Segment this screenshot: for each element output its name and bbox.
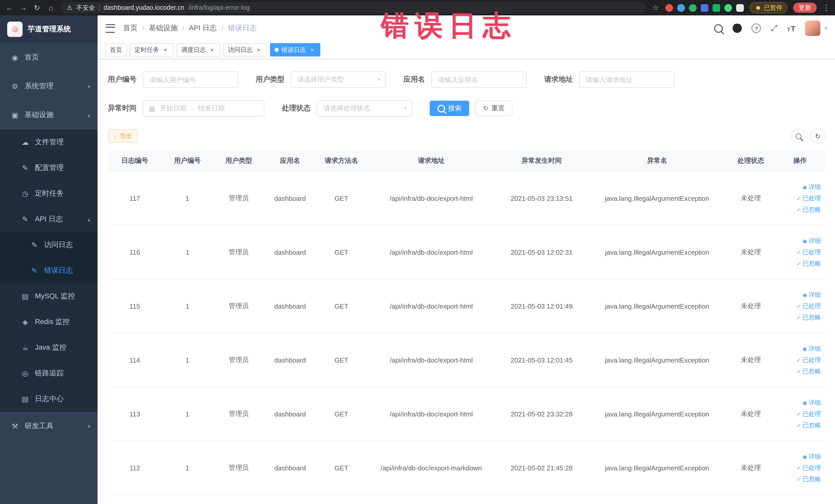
action-detail[interactable]: ◉详细 bbox=[803, 290, 821, 299]
sidebar-item-access-log[interactable]: ✎ 访问日志 bbox=[0, 232, 98, 258]
tab-access-log[interactable]: 访问日志× bbox=[223, 43, 267, 57]
github-icon[interactable] bbox=[733, 24, 742, 33]
date-range-picker[interactable]: ▦ 开始日期 - 结束日期 bbox=[143, 100, 264, 117]
cell-method: GET bbox=[316, 356, 367, 364]
cell-user-id: 1 bbox=[162, 356, 213, 364]
sidebar-item-dev-tools[interactable]: ⚒ 研发工具 ▾ bbox=[0, 412, 98, 441]
cell-request-url: /api/infra/db-doc/export-html bbox=[367, 194, 495, 202]
sidebar-item-system-mgmt[interactable]: ⚙ 系统管理 ▾ bbox=[0, 72, 98, 101]
action-detail[interactable]: ◉详细 bbox=[803, 237, 821, 245]
action-mark-ignored[interactable]: ✓已忽略 bbox=[796, 367, 821, 376]
close-icon[interactable]: × bbox=[208, 46, 216, 54]
action-mark-processed[interactable]: ✓已处理 bbox=[796, 302, 821, 310]
user-id-input[interactable] bbox=[143, 72, 238, 88]
extension-icon[interactable] bbox=[713, 4, 720, 12]
sidebar-item-scheduled-jobs[interactable]: ◷ 定时任务 bbox=[0, 181, 98, 206]
screen: ← → ↻ ⌂ ⚠ 不安全 dashboard.yudao.iocoder.cn… bbox=[0, 0, 835, 504]
sidebar-item-infrastructure[interactable]: ▣ 基础设施 ▴ bbox=[0, 101, 98, 129]
request-url-input[interactable] bbox=[579, 72, 675, 88]
breadcrumb-item[interactable]: 首页 bbox=[123, 24, 138, 33]
app-name-input[interactable] bbox=[431, 72, 527, 88]
action-mark-ignored[interactable]: ✓已忽略 bbox=[796, 475, 821, 483]
sidebar-item-file-mgmt[interactable]: ☁ 文件管理 bbox=[0, 129, 98, 155]
reset-button[interactable]: ↻重置 bbox=[475, 101, 512, 116]
sidebar-item-redis-monitor[interactable]: ◈ Redis 监控 bbox=[0, 309, 98, 335]
tab-scheduled-jobs[interactable]: 定时任务× bbox=[130, 43, 174, 57]
action-mark-processed[interactable]: ✓已处理 bbox=[796, 194, 821, 203]
toggle-search-button[interactable] bbox=[791, 129, 806, 143]
font-size-small-glyph: T bbox=[787, 26, 790, 32]
breadcrumb-separator: / bbox=[222, 24, 224, 32]
filter-label: 用户类型 bbox=[256, 75, 284, 84]
home-icon[interactable]: ⌂ bbox=[47, 4, 55, 12]
action-detail[interactable]: ◉详细 bbox=[803, 398, 821, 407]
extension-icon[interactable] bbox=[736, 4, 744, 12]
action-mark-ignored[interactable]: ✓已忽略 bbox=[796, 205, 821, 214]
action-mark-ignored[interactable]: ✓已忽略 bbox=[796, 313, 821, 322]
bookmark-star-icon[interactable]: ☆ bbox=[652, 4, 660, 12]
extension-icon[interactable] bbox=[701, 4, 709, 12]
sidebar-item-log-center[interactable]: ▤ 日志中心 bbox=[0, 386, 98, 412]
cell-user-id: 1 bbox=[162, 194, 213, 202]
sidebar-item-config-mgmt[interactable]: ✎ 配置管理 bbox=[0, 155, 98, 181]
font-size-icon[interactable]: TT bbox=[787, 24, 795, 33]
cell-actions: ◉详细 ✓已处理 ✓已忽略 bbox=[775, 398, 825, 429]
action-mark-processed[interactable]: ✓已处理 bbox=[796, 248, 821, 257]
hamburger-icon[interactable] bbox=[106, 24, 115, 33]
search-icon[interactable] bbox=[714, 24, 723, 33]
forward-icon[interactable]: → bbox=[19, 4, 27, 12]
action-mark-processed[interactable]: ✓已处理 bbox=[796, 409, 821, 418]
sidebar-item-java-monitor[interactable]: ☕ Java 监控 bbox=[0, 335, 98, 361]
action-mark-processed[interactable]: ✓已处理 bbox=[796, 463, 821, 472]
check-icon: ✓ bbox=[796, 368, 801, 374]
export-button[interactable]: ↓导出 bbox=[108, 129, 138, 143]
search-button[interactable]: 搜索 bbox=[430, 101, 469, 116]
action-detail[interactable]: ◉详细 bbox=[803, 183, 821, 191]
action-mark-ignored[interactable]: ✓已忽略 bbox=[796, 421, 821, 429]
tab-error-log[interactable]: 错误日志× bbox=[270, 43, 320, 57]
sidebar-item-trace[interactable]: ◎ 链路追踪 bbox=[0, 361, 98, 386]
back-icon[interactable]: ← bbox=[5, 4, 13, 12]
sidebar-item-label: 文件管理 bbox=[35, 138, 64, 147]
close-icon[interactable]: × bbox=[162, 46, 169, 54]
action-mark-processed[interactable]: ✓已处理 bbox=[796, 356, 821, 364]
reload-icon[interactable]: ↻ bbox=[33, 4, 41, 12]
extension-icon[interactable] bbox=[689, 4, 697, 12]
user-avatar[interactable] bbox=[805, 21, 821, 36]
action-detail[interactable]: ◉详细 bbox=[803, 344, 821, 353]
action-detail[interactable]: ◉详细 bbox=[803, 452, 821, 461]
fullscreen-icon[interactable]: ⤢ bbox=[771, 24, 777, 33]
sidebar-item-error-log[interactable]: ✎ 错误日志 bbox=[0, 258, 98, 283]
export-button-label: 导出 bbox=[120, 132, 132, 140]
close-icon[interactable]: × bbox=[308, 46, 316, 54]
breadcrumb-item[interactable]: 基础设施 bbox=[149, 24, 178, 33]
sidebar-item-api-logs[interactable]: ✎ API 日志 ▴ bbox=[0, 206, 98, 232]
sidebar-item-mysql-monitor[interactable]: ▤ MySQL 监控 bbox=[0, 283, 98, 309]
extension-icon[interactable] bbox=[725, 4, 732, 12]
extension-icon[interactable] bbox=[677, 4, 685, 12]
cell-exception-name: java.lang.IllegalArgumentException bbox=[588, 302, 727, 310]
extension-icon[interactable] bbox=[666, 4, 673, 12]
browser-update-button[interactable]: 更新 bbox=[793, 3, 817, 13]
chevron-down-icon: ▾ bbox=[404, 106, 407, 111]
browser-menu-icon[interactable]: ⋮ bbox=[822, 3, 830, 12]
tab-home[interactable]: 首页 bbox=[105, 43, 127, 57]
close-icon[interactable]: × bbox=[255, 46, 262, 54]
cell-app-name: dashboard bbox=[264, 302, 316, 310]
refresh-table-button[interactable]: ↻ bbox=[811, 129, 825, 143]
navbar: 首页 / 基础设施 / API 日志 / 错误日志 ? ⤢ TT ▾ bbox=[98, 15, 835, 41]
user-type-select[interactable]: 请选择用户类型 ▾ bbox=[290, 72, 386, 88]
tab-schedule-log[interactable]: 调度日志× bbox=[177, 43, 220, 57]
check-icon: ✓ bbox=[796, 261, 801, 266]
address-bar[interactable]: ⚠ 不安全 dashboard.yudao.iocoder.cn/infra/l… bbox=[61, 2, 646, 13]
sidebar-item-home[interactable]: ◉ 首页 bbox=[0, 43, 98, 72]
status-select[interactable]: 请选择处理状态 ▾ bbox=[317, 100, 412, 117]
action-mark-ignored[interactable]: ✓已忽略 bbox=[796, 259, 821, 268]
sidebar-item-label: 配置管理 bbox=[35, 163, 64, 173]
app-logo: 芋道管理系统 bbox=[0, 15, 98, 43]
avatar-caret-icon[interactable]: ▾ bbox=[825, 26, 827, 31]
help-icon[interactable]: ? bbox=[752, 24, 761, 33]
profile-sync-paused-badge[interactable]: ☻ 已暂停 bbox=[750, 2, 788, 13]
breadcrumb-item[interactable]: API 日志 bbox=[189, 24, 217, 33]
cell-user-id: 1 bbox=[162, 464, 213, 472]
